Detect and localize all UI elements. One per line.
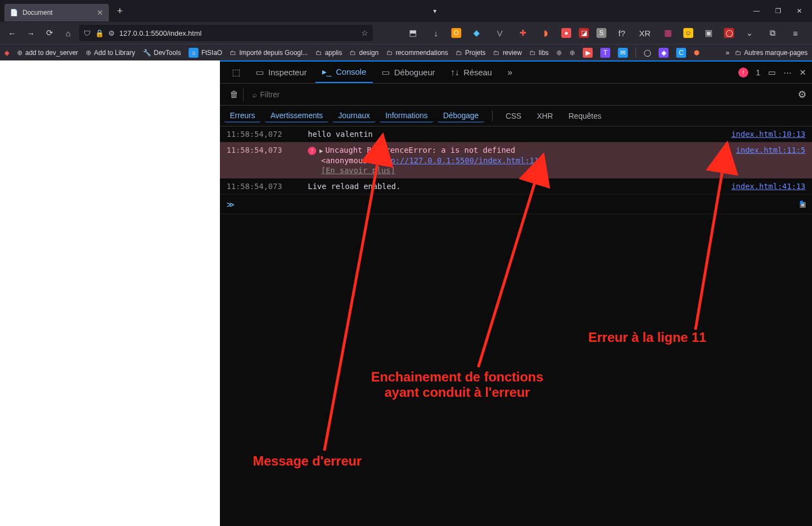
filter-input[interactable] [260, 90, 370, 99]
bookmark-outlook[interactable]: ✉ [618, 48, 628, 58]
devtools-menu-icon[interactable]: ⋯ [783, 68, 792, 77]
pocket-icon[interactable]: ◆ [4, 49, 9, 57]
new-tab-button[interactable]: + [112, 3, 128, 19]
bookmark-devtools[interactable]: 🔧 DevTools [143, 49, 181, 57]
close-tab-icon[interactable]: ✕ [97, 8, 103, 17]
bookmark-globe-2[interactable]: ⊕ [570, 49, 575, 57]
ext-icon-16[interactable]: ⌄ [742, 25, 757, 41]
tab-debugger[interactable]: ▭ Débogueur [375, 62, 441, 83]
bookmark-yt[interactable]: ▶ [583, 48, 593, 58]
cat-errors[interactable]: Erreurs [224, 109, 261, 123]
cat-css[interactable]: CSS [500, 110, 527, 122]
ext-icon-9[interactable]: S [596, 28, 606, 38]
bookmark-star-icon[interactable]: ☆ [361, 29, 368, 37]
cat-logs[interactable]: Journaux [333, 109, 375, 123]
prompt-icon: ≫ [227, 200, 235, 209]
tab-network[interactable]: ↑↓ Réseau [444, 62, 499, 83]
globe-icon: ⊕ [570, 49, 575, 57]
stack-frame: <anonymous> [321, 156, 372, 165]
reload-button[interactable]: ⟳ [42, 25, 57, 41]
bookmark-figma[interactable]: ⬢ [694, 49, 699, 57]
stack-url-link[interactable]: http://127.0.0.1:5500/index.html:11 [377, 156, 539, 165]
error-count-badge[interactable]: ! [738, 68, 748, 77]
back-button[interactable]: ← [4, 25, 20, 41]
ext-icon-14[interactable]: ▣ [701, 25, 716, 41]
cat-info[interactable]: Informations [380, 109, 433, 123]
url-bar[interactable]: 🛡 🔒 ⚙ 127.0.0.1:5500/index.html ☆ [79, 25, 373, 41]
tab-inspector[interactable]: ▭ Inspecteur [249, 62, 313, 83]
toolbar-extensions: ⬒ ↓ O ◆ V ✚ ◗ ● ◪ S f? XR ▦ ☺ ▣ ◯ ⌄ ⧉ ≡ [387, 25, 808, 41]
expand-icon[interactable]: ▶ [319, 147, 323, 154]
clear-console-button[interactable]: 🗑 [225, 87, 244, 102]
ext-icon-5[interactable]: ✚ [515, 25, 531, 41]
bookmark-twitch[interactable]: T [600, 48, 610, 58]
bookmark-app1[interactable]: ◆ [659, 48, 669, 58]
ext-icon-13[interactable]: ☺ [683, 28, 693, 38]
responsive-design-icon[interactable]: ▭ [768, 68, 776, 77]
devtools-close-icon[interactable]: ✕ [799, 68, 807, 77]
restore-button[interactable]: ❐ [775, 7, 781, 15]
bookmark-add-to-library[interactable]: ⊕ Add to Library [86, 49, 135, 57]
cat-requests[interactable]: Requêtes [563, 110, 607, 122]
bookmark-folder-projets[interactable]: 🗀 Projets [456, 49, 485, 57]
bookmark-app2[interactable]: C [676, 48, 686, 58]
ext-icon-6[interactable]: ◗ [538, 25, 554, 41]
cat-warnings[interactable]: Avertissements [265, 109, 328, 123]
source-location-link[interactable]: index.html:11:5 [736, 146, 805, 154]
bookmarks-overflow[interactable]: » [726, 49, 730, 57]
ext-icon-1[interactable]: ↓ [428, 25, 444, 41]
bookmark-folder-recommendations[interactable]: 🗀 recommendations [386, 49, 448, 57]
other-bookmarks[interactable]: 🗀 Autres marque-pages [735, 49, 808, 57]
bookmark-folder-libs[interactable]: 🗀 libs [529, 49, 549, 57]
cat-xhr[interactable]: XHR [531, 110, 559, 122]
url-text[interactable]: 127.0.0.1:5500/index.html [119, 29, 357, 37]
tab-console[interactable]: ▸_ Console [316, 62, 373, 83]
timestamp: 11:58:54,073 [227, 182, 298, 191]
bookmark-ftsiao[interactable]: a FtSIaO [189, 48, 222, 58]
ext-icon-4[interactable]: V [492, 25, 507, 41]
ext-icon-10[interactable]: f? [614, 25, 629, 41]
cat-debug[interactable]: Débogage [438, 109, 484, 123]
notification-dot [800, 201, 803, 204]
ext-icon-7[interactable]: ● [561, 28, 571, 38]
chevron-right-icon: » [507, 68, 512, 77]
log-message: hello valentin [308, 130, 721, 139]
browser-tab[interactable]: 📄 Document ✕ [4, 4, 109, 21]
bookmark-folder-applis[interactable]: 🗀 applis [316, 49, 342, 57]
tab-label: Console [336, 67, 366, 76]
ext-icon-15[interactable]: ◯ [724, 28, 734, 38]
shield-icon[interactable]: 🛡 [84, 29, 91, 37]
bookmark-folder-import[interactable]: 🗀 Importé depuis Googl... [230, 49, 308, 57]
ext-icon-0[interactable]: ⬒ [405, 25, 421, 41]
bookmark-github[interactable]: ◯ [644, 49, 651, 57]
error-count: 1 [756, 68, 760, 77]
ext-icon-8[interactable]: ◪ [579, 28, 589, 38]
ext-icon-2[interactable]: O [451, 28, 461, 38]
source-location-link[interactable]: index.html:10:13 [731, 130, 805, 139]
minimize-button[interactable]: — [753, 7, 760, 15]
tabs-overflow[interactable]: » [501, 62, 519, 83]
ext-icon-11[interactable]: XR [637, 25, 653, 41]
bookmark-folder-design[interactable]: 🗀 design [350, 49, 378, 57]
tabs-dropdown-icon[interactable]: ▾ [433, 7, 437, 15]
console-prompt[interactable]: ≫ ▣ [220, 195, 812, 214]
bookmark-globe-1[interactable]: ⊕ [556, 49, 562, 57]
bookmark-folder-review[interactable]: 🗀 review [493, 49, 522, 57]
learn-more-link[interactable]: [En savoir plus] [321, 166, 395, 175]
lock-icon[interactable]: 🔒 [95, 29, 104, 37]
permissions-icon[interactable]: ⚙ [108, 29, 115, 37]
console-error-row: 11:58:54,073 !▶Uncaught ReferenceError: … [220, 142, 812, 179]
element-picker-button[interactable]: ⬚ [225, 62, 247, 83]
bookmark-label: applis [325, 49, 342, 57]
bookmark-add-dev-server[interactable]: ⊕ add to dev_server [17, 49, 78, 57]
close-window-button[interactable]: ✕ [797, 7, 802, 15]
ext-icon-17[interactable]: ⧉ [765, 25, 780, 41]
ext-icon-3[interactable]: ◆ [469, 25, 484, 41]
ext-icon-18[interactable]: ≡ [788, 25, 803, 41]
home-button[interactable]: ⌂ [60, 25, 76, 41]
ext-icon-12[interactable]: ▦ [660, 25, 676, 41]
forward-button[interactable]: → [23, 25, 38, 41]
source-location-link[interactable]: index.html:41:13 [731, 182, 805, 191]
console-settings-button[interactable]: ⚙ [798, 88, 807, 101]
console-log-row: 11:58:54,073 Live reload enabled. index.… [220, 179, 812, 195]
